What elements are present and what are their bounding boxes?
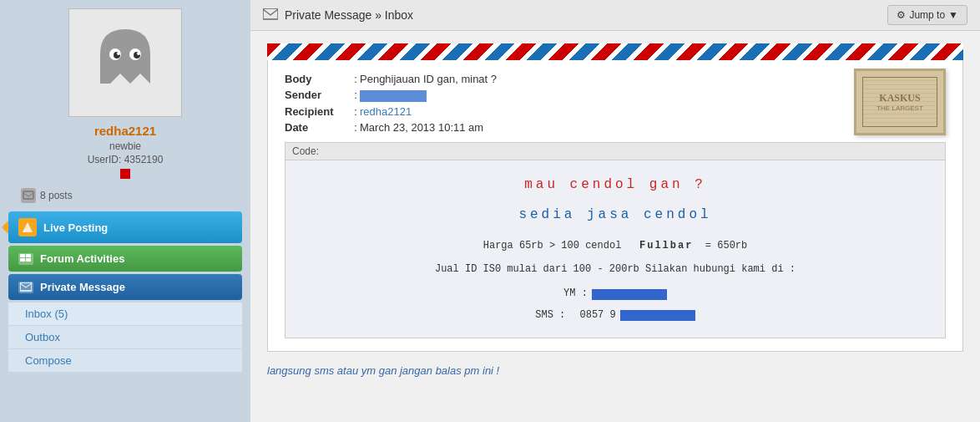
forum-icon [18, 253, 33, 265]
compose-link[interactable]: Compose [8, 349, 242, 373]
top-bar: Private Message » Inbox ⚙ Jump to ▼ [250, 0, 980, 31]
username[interactable]: redha2121 [8, 124, 242, 138]
code-label: Code: [285, 143, 945, 160]
ym-prefix: YM : [563, 285, 588, 303]
svg-point-4 [117, 52, 120, 55]
sender-redacted [360, 90, 427, 102]
email-body: KASKUS THE LARGEST Body : Penghijauan ID… [267, 60, 963, 352]
stamp-subtext: THE LARGEST [876, 104, 923, 112]
svg-rect-12 [263, 8, 278, 19]
line3-bold: Fullbar [639, 240, 693, 252]
code-line-ym: YM : [302, 285, 928, 303]
stamp: KASKUS THE LARGEST [854, 69, 946, 135]
badge-icon [120, 169, 130, 179]
email-area: KASKUS THE LARGEST Body : Penghijauan ID… [250, 31, 980, 394]
code-content: mau cendol gan ? sedia jasa cendol Harga… [285, 160, 945, 338]
code-line-3: Harga 65rb > 100 cendol Fullbar = 650rb [302, 237, 928, 256]
stamp-inner: KASKUS THE LARGEST [862, 77, 937, 127]
jump-to-label: Jump to [909, 9, 945, 21]
page-title-area: Private Message » Inbox [263, 8, 413, 23]
envelope-icon [263, 8, 278, 23]
body-label: Body [285, 73, 351, 85]
sidebar: redha2121 newbie UserID: 4352190 8 posts… [0, 0, 250, 422]
posts-row: 8 posts [8, 188, 242, 203]
svg-rect-11 [20, 282, 32, 291]
jump-to-button[interactable]: ⚙ Jump to ▼ [887, 5, 967, 25]
svg-rect-6 [23, 191, 33, 199]
line3-prefix: Harga 65rb > 100 cendol [483, 240, 622, 252]
private-message-label: Private Message [40, 281, 125, 293]
private-message-button[interactable]: Private Message [8, 274, 242, 300]
inbox-link[interactable]: Inbox (5) [8, 303, 242, 326]
footer-text: langsung sms atau ym gan jangan balas pm… [267, 360, 963, 381]
sender-colon: : [351, 89, 360, 102]
user-badge [8, 169, 242, 181]
live-icon [18, 218, 37, 236]
posts-icon [21, 188, 36, 203]
outbox-link[interactable]: Outbox [8, 326, 242, 349]
envelope-border-decoration [267, 43, 963, 60]
recipient-label: Recipient [285, 105, 351, 118]
live-posting-label: Live Posting [43, 221, 108, 234]
svg-rect-7 [20, 254, 25, 257]
date-label: Date [285, 121, 351, 134]
live-posting-button[interactable]: Live Posting [8, 211, 242, 243]
sender-label: Sender [285, 89, 351, 102]
posts-count: 8 posts [40, 190, 73, 201]
sms-prefix: SMS : [535, 307, 565, 325]
line3-suffix: = 650rb [705, 240, 747, 252]
main-content: Private Message » Inbox ⚙ Jump to ▼ KASK… [250, 0, 980, 422]
forum-activities-button[interactable]: Forum Activities [8, 246, 242, 272]
stamp-text: KASKUS [879, 92, 920, 104]
user-id: UserID: 4352190 [8, 154, 242, 165]
svg-rect-10 [26, 258, 31, 262]
avatar [68, 8, 182, 117]
chevron-down-icon: ▼ [948, 9, 958, 21]
ym-redacted [592, 289, 667, 300]
svg-rect-9 [26, 254, 31, 257]
gear-icon: ⚙ [897, 9, 906, 21]
svg-rect-8 [20, 258, 25, 262]
pm-sub-nav: Inbox (5) Outbox Compose [8, 303, 242, 373]
code-line-4: Jual ID IS0 mulai dari 100 - 200rb Silak… [302, 261, 928, 279]
svg-point-5 [137, 52, 140, 55]
forum-activities-label: Forum Activities [40, 252, 124, 265]
email-fields: Body : Penghijauan ID gan, minat ? Sende… [285, 73, 946, 134]
page-title: Private Message » Inbox [285, 8, 413, 22]
body-colon: : [351, 73, 360, 85]
code-line-sms: SMS : 0857 9 [302, 307, 928, 325]
user-rank: newbie [8, 140, 242, 152]
sms-redacted [620, 310, 695, 321]
date-colon: : [351, 121, 360, 134]
code-line-2: sedia jasa cendol [302, 203, 928, 227]
sms-number: 0857 9 [580, 307, 616, 325]
code-block: Code: mau cendol gan ? sedia jasa cendol… [285, 142, 946, 338]
code-line-1: mau cendol gan ? [302, 173, 928, 197]
pm-icon [18, 282, 33, 293]
recipient-colon: : [351, 105, 360, 118]
